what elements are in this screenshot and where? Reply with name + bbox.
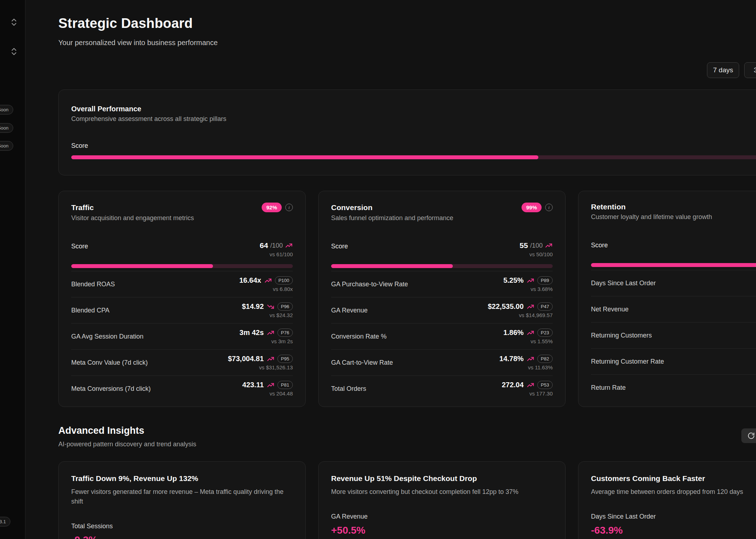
metric-label: Blended ROAS <box>71 281 115 288</box>
chevrons-up-down-icon[interactable] <box>9 18 19 27</box>
metric-row: GA Avg Session Duration 3m 42s P76 vs 3m… <box>71 323 293 349</box>
percentile-badge: P81 <box>277 381 293 389</box>
metric-label: Conversion Rate % <box>331 333 387 340</box>
insight-metric-value: -9.3% <box>71 534 293 539</box>
metric-row: Conversion Rate % 1.86% P23 vs 1.55% <box>331 323 553 349</box>
metric-row: Net Revenue $ <box>591 296 756 322</box>
metric-label: GA Cart-to-View Rate <box>331 359 393 366</box>
metric-row: Meta Conversions (7d click) 423.11 P81 v… <box>71 375 293 402</box>
percentile-badge: P96 <box>277 302 293 311</box>
metric-label: Return Rate <box>591 384 626 392</box>
pillar-subtitle: Sales funnel optimization and performanc… <box>331 214 553 222</box>
insight-body: Fewer visitors generated far more revenu… <box>71 487 293 506</box>
insights-subtitle: AI-powered pattern discovery and trend a… <box>58 441 196 448</box>
metric-vs: vs 3.68% <box>503 286 553 292</box>
metric-label: Returning Customers <box>591 332 652 339</box>
insight-title: Revenue Up 51% Despite Checkout Drop <box>331 474 553 483</box>
score-vs: vs 61/100 <box>260 251 293 257</box>
metric-value: 16.64x <box>239 276 261 285</box>
score-bar <box>591 263 756 267</box>
score-label: Score <box>331 241 348 250</box>
metric-row: Meta Conv Value (7d click) $73,004.81 P9… <box>71 349 293 375</box>
trend-arrow-icon <box>527 303 534 311</box>
metric-value: 423.11 <box>242 381 264 389</box>
chevrons-up-down-icon[interactable] <box>9 47 19 56</box>
metric-label: GA Avg Session Duration <box>71 333 144 340</box>
metric-label: Net Revenue <box>591 306 629 313</box>
metric-row: Return Rate <box>591 374 756 400</box>
score-value: 64 <box>260 241 268 250</box>
metric-row: GA Revenue $22,535.00 P47 vs $14,969.57 <box>331 297 553 323</box>
trend-arrow-icon <box>267 303 275 311</box>
insight-metric-label: Total Sessions <box>71 523 293 530</box>
trend-up-icon <box>545 242 553 249</box>
metric-row: Blended CPA $14.92 P96 vs $24.32 <box>71 297 293 323</box>
pillar-subtitle: Customer loyalty and lifetime value grow… <box>591 213 756 221</box>
range-button-30-days[interactable]: 30 days <box>744 62 756 78</box>
metric-row: GA Cart-to-View Rate 14.78% P82 vs 11.63… <box>331 349 553 375</box>
pillar-cards-row: Traffic 92% i Visitor acquisition and en… <box>58 191 756 407</box>
score-max: /100 <box>530 242 543 249</box>
score-vs: vs 50/100 <box>520 251 553 257</box>
insight-body: Average time between orders dropped from… <box>591 487 756 497</box>
insight-card: Traffic Down 9%, Revenue Up 132% Fewer v… <box>58 461 306 539</box>
score-bar <box>331 264 553 268</box>
metric-row: Returning Customer Rate <box>591 348 756 374</box>
version-badge: v1.3.1 <box>0 517 10 526</box>
score-bar-fill <box>71 264 213 268</box>
trend-arrow-icon <box>527 381 534 389</box>
metric-value: $14.92 <box>242 302 264 311</box>
metric-label: Meta Conversions (7d click) <box>71 385 151 393</box>
card-title: Overall Performance <box>71 105 756 113</box>
range-button-7-days[interactable]: 7 days <box>707 62 739 78</box>
percentile-badge: P95 <box>277 355 293 363</box>
metric-vs: vs $14,969.57 <box>488 312 553 318</box>
score-bar-fill <box>591 263 756 267</box>
metric-value: 3m 42s <box>239 329 264 337</box>
trend-arrow-icon <box>264 277 272 285</box>
refresh-button[interactable] <box>741 428 756 443</box>
score-value: 55 <box>520 241 528 250</box>
score-max: /100 <box>270 242 283 249</box>
percentile-badge: P100 <box>275 276 293 285</box>
card-subtitle: Comprehensive assessment across all stra… <box>71 115 756 123</box>
info-icon[interactable]: i <box>545 204 553 211</box>
insights-title: Advanced Insights <box>58 425 144 436</box>
metric-vs: vs $31,526.13 <box>228 364 293 370</box>
metric-label: Meta Conv Value (7d click) <box>71 359 148 366</box>
pillar-subtitle: Visitor acquisition and engagement metri… <box>71 214 293 222</box>
metric-label: Days Since Last Order <box>591 280 656 287</box>
pillar-card-retention: Retention Customer loyalty and lifetime … <box>578 191 756 407</box>
insight-cards-row: Traffic Down 9%, Revenue Up 132% Fewer v… <box>58 461 756 539</box>
refresh-icon <box>747 432 755 440</box>
trend-arrow-icon <box>527 277 534 285</box>
info-icon[interactable]: i <box>285 204 293 211</box>
trend-up-icon <box>285 242 293 249</box>
score-bar <box>71 155 756 159</box>
metric-row: GA Purchase-to-View Rate 5.25% P89 vs 3.… <box>331 271 553 297</box>
insight-card: Revenue Up 51% Despite Checkout Drop Mor… <box>318 461 566 539</box>
insight-title: Customers Coming Back Faster <box>591 474 756 483</box>
trend-arrow-icon <box>527 329 534 337</box>
percentile-badge: P53 <box>537 381 553 389</box>
pillar-card-conversion: Conversion 99% i Sales funnel optimizati… <box>318 191 566 407</box>
metric-value: $73,004.81 <box>228 355 264 363</box>
sidebar: Coming Soon Coming Soon Coming Soon v1.3… <box>0 0 25 539</box>
metric-value: $22,535.00 <box>488 302 524 311</box>
trend-arrow-icon <box>267 381 275 389</box>
insight-metric-value: +50.5% <box>331 525 553 536</box>
metric-value: 14.78% <box>499 355 524 363</box>
insight-card: Customers Coming Back Faster Average tim… <box>578 461 756 539</box>
insight-metric-value: -63.9% <box>591 525 756 536</box>
pillar-score-badge: 99% <box>522 203 542 212</box>
percentile-badge: P82 <box>537 355 553 363</box>
coming-soon-badge: Coming Soon <box>0 141 13 151</box>
coming-soon-badge: Coming Soon <box>0 123 13 133</box>
score-bar <box>71 264 293 268</box>
metric-row: Total Orders 272.04 P53 vs 177.30 <box>331 375 553 402</box>
metric-vs: vs $24.32 <box>242 312 293 318</box>
metric-vs: vs 11.63% <box>499 364 553 370</box>
pillar-card-traffic: Traffic 92% i Visitor acquisition and en… <box>58 191 306 407</box>
page-subtitle: Your personalized view into business per… <box>58 39 218 47</box>
metric-vs: vs 6.80x <box>239 286 293 292</box>
